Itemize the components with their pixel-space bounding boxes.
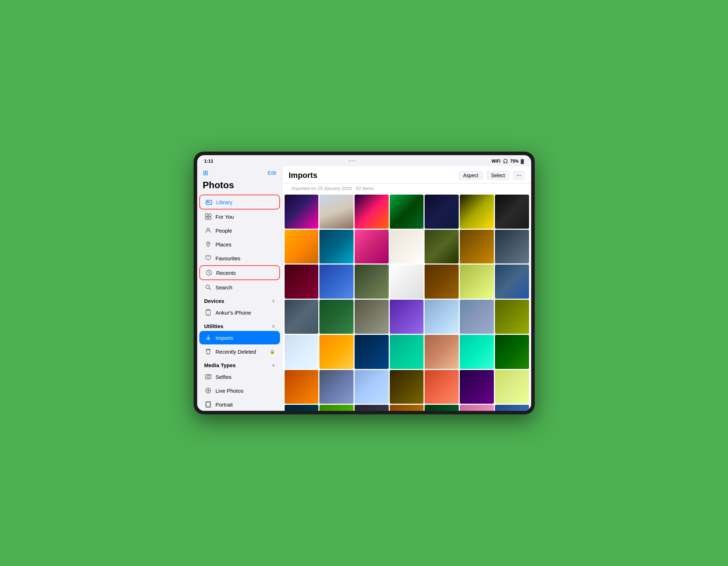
status-bar: 1:11 ··· WiFi 🎧 75% ▓: [197, 155, 531, 166]
photo-cell[interactable]: [390, 265, 424, 299]
photo-cell[interactable]: [495, 335, 529, 369]
photo-cell[interactable]: [390, 300, 424, 334]
photo-cell[interactable]: [285, 195, 319, 229]
live-photos-icon: [204, 387, 212, 394]
photo-cell[interactable]: [460, 370, 494, 404]
sidebar-item-label-people: People: [216, 228, 232, 234]
sidebar-header: ⊞ Edit: [197, 166, 282, 178]
select-button[interactable]: Select: [486, 171, 510, 180]
sidebar-item-search[interactable]: Search: [199, 281, 280, 294]
photo-cell[interactable]: [319, 335, 354, 369]
photo-cell[interactable]: [319, 195, 354, 229]
selfies-icon: [204, 373, 212, 381]
photo-cell[interactable]: [460, 195, 494, 229]
photo-cell[interactable]: [285, 265, 319, 299]
sidebar-item-places[interactable]: Places: [199, 238, 280, 251]
photo-cell[interactable]: [425, 405, 459, 411]
imports-icon: [204, 334, 212, 342]
photo-cell[interactable]: [355, 405, 389, 411]
photo-cell[interactable]: [460, 230, 494, 264]
photo-cell[interactable]: [495, 265, 529, 299]
ipad-frame: 1:11 ··· WiFi 🎧 75% ▓ ⊞ Edit Photos: [194, 152, 535, 414]
sidebar-item-people[interactable]: People: [199, 224, 280, 237]
media-types-label: Media Types: [204, 362, 236, 368]
photo-cell[interactable]: [285, 405, 319, 411]
photo-cell[interactable]: [285, 300, 319, 334]
photo-cell[interactable]: [460, 405, 494, 411]
photo-cell[interactable]: [285, 370, 319, 404]
svg-point-16: [210, 375, 210, 376]
svg-point-7: [207, 243, 209, 244]
library-icon: [205, 198, 213, 206]
right-panel: Imports Aspect Select ··· Imported on 25…: [282, 166, 531, 411]
photo-cell[interactable]: [319, 405, 354, 411]
photo-cell[interactable]: [495, 195, 529, 229]
photo-cell[interactable]: [390, 335, 424, 369]
headphones-icon: 🎧: [503, 159, 508, 164]
wifi-icon: WiFi: [491, 159, 500, 164]
photo-cell[interactable]: [355, 370, 389, 404]
photo-cell[interactable]: [355, 230, 389, 264]
photo-cell[interactable]: [460, 265, 494, 299]
sidebar-item-label-live-photos: Live Photos: [216, 388, 243, 394]
svg-rect-20: [206, 402, 210, 407]
utilities-section-header: Utilities ∨: [199, 320, 280, 331]
sidebar-item-for-you[interactable]: For You: [199, 210, 280, 223]
photo-cell[interactable]: [319, 230, 354, 264]
more-button[interactable]: ···: [513, 170, 524, 180]
photo-cell[interactable]: [425, 300, 459, 334]
sidebar-item-label-selfies: Selfies: [216, 374, 232, 380]
sidebar-item-label-imports: Imports: [216, 335, 233, 341]
svg-rect-2: [205, 214, 208, 216]
photo-cell[interactable]: [460, 300, 494, 334]
photo-cell[interactable]: [285, 230, 319, 264]
sidebar-item-label-search: Search: [216, 284, 233, 290]
photo-cell[interactable]: [355, 335, 389, 369]
sidebar-item-imports[interactable]: Imports: [199, 331, 280, 344]
sidebar-item-recents[interactable]: Recents: [199, 265, 280, 280]
sidebar-item-selfies[interactable]: Selfies: [199, 370, 280, 383]
sidebar-item-recently-deleted[interactable]: Recently Deleted 🔒: [199, 345, 280, 358]
sidebar-item-label-portrait: Portrait: [216, 402, 233, 408]
for-you-icon: [204, 213, 212, 221]
photo-cell[interactable]: [319, 265, 354, 299]
photo-cell[interactable]: [390, 195, 424, 229]
sidebar-item-portrait[interactable]: Portrait: [199, 398, 280, 411]
sidebar-item-ankurs-iphone[interactable]: Ankur's iPhone: [199, 306, 280, 319]
sidebar-item-label-recents: Recents: [216, 270, 236, 276]
photo-cell[interactable]: [285, 335, 319, 369]
photo-cell[interactable]: [495, 370, 529, 404]
item-count: 52 Items: [356, 186, 374, 191]
utilities-chevron[interactable]: ∨: [272, 324, 275, 329]
photo-cell[interactable]: [355, 265, 389, 299]
search-icon: [204, 283, 212, 291]
sidebar-item-library[interactable]: Library: [199, 195, 280, 209]
photo-cell[interactable]: [460, 335, 494, 369]
svg-point-18: [207, 390, 209, 392]
header-actions: Aspect Select ···: [458, 170, 524, 180]
sidebar-toggle-icon[interactable]: ⊞: [203, 169, 208, 177]
sidebar-item-label-library: Library: [216, 199, 233, 205]
photo-cell[interactable]: [390, 370, 424, 404]
media-types-chevron[interactable]: ∨: [272, 363, 275, 368]
aspect-button[interactable]: Aspect: [458, 171, 483, 180]
photo-cell[interactable]: [355, 300, 389, 334]
devices-chevron[interactable]: ∨: [272, 299, 275, 304]
photo-cell[interactable]: [495, 300, 529, 334]
photo-cell[interactable]: [425, 370, 459, 404]
photo-cell[interactable]: [425, 335, 459, 369]
sidebar-item-favourites[interactable]: Favourites: [199, 251, 280, 265]
photo-cell[interactable]: [355, 195, 389, 229]
photo-cell[interactable]: [425, 265, 459, 299]
edit-button[interactable]: Edit: [268, 170, 276, 176]
photo-cell[interactable]: [319, 370, 354, 404]
photo-cell[interactable]: [390, 230, 424, 264]
photo-cell[interactable]: [425, 230, 459, 264]
photo-cell[interactable]: [390, 405, 424, 411]
photo-cell[interactable]: [319, 300, 354, 334]
photo-cell[interactable]: [495, 230, 529, 264]
sidebar-item-live-photos[interactable]: Live Photos: [199, 384, 280, 397]
photo-cell[interactable]: [425, 195, 459, 229]
main-content: ⊞ Edit Photos Library: [197, 166, 531, 411]
photo-cell[interactable]: [495, 405, 529, 411]
